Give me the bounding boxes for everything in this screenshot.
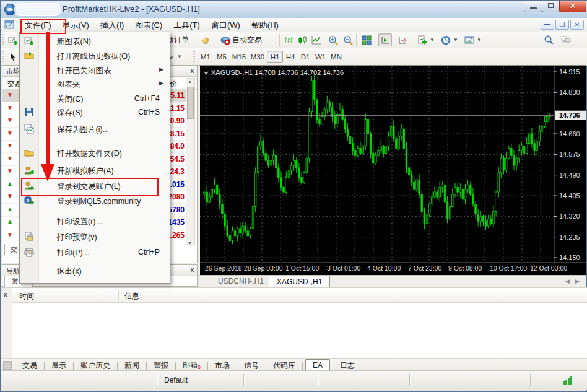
tile-windows-icon[interactable]: [360, 33, 373, 46]
bid-price: 1435: [168, 218, 185, 227]
chart-autoscroll-icon[interactable]: [396, 33, 409, 46]
submenu-arrow-icon: ▶: [159, 80, 163, 86]
profiles-icon[interactable]: [6, 33, 20, 46]
annotation-arrow: [37, 32, 61, 183]
child-close-button[interactable]: ✕: [570, 20, 584, 30]
menu-item-4[interactable]: 工具(T): [168, 18, 206, 33]
terminal-panel: x 时间 信息 交易展示账户历史新闻警报邮箱6市场信号代码库EA日志: [1, 287, 587, 370]
svg-text:14.320: 14.320: [559, 212, 580, 220]
svg-text:26 Sep 2018: 26 Sep 2018: [205, 264, 242, 272]
child-restore-button[interactable]: ❐: [555, 20, 569, 30]
account-new-icon: [24, 165, 34, 175]
svg-text:14.915: 14.915: [559, 68, 580, 76]
zoom-out-icon[interactable]: [341, 33, 355, 46]
time-column-header[interactable]: 时间: [19, 291, 34, 302]
terminal-tab-ea-active[interactable]: EA: [305, 359, 330, 372]
auto-trading-button[interactable]: 自动交易: [219, 33, 264, 46]
candlestick-chart-icon[interactable]: [296, 33, 310, 46]
quick-launch-area: [14, 3, 61, 16]
timeframe-m15[interactable]: M15: [230, 51, 248, 63]
chart-tabs-scroll-right-icon[interactable]: ▶: [575, 278, 580, 284]
svg-text:9 Oct 08:00: 9 Oct 08:00: [448, 264, 482, 272]
arrow-down-icon: ▼: [7, 116, 13, 123]
chart-tab-xagusd[interactable]: XAGUSD-,H1: [269, 276, 330, 287]
timeframe-m30[interactable]: M30: [248, 51, 267, 63]
save-picture-icon: [24, 124, 34, 134]
child-minimize-button[interactable]: —: [541, 20, 554, 30]
arrow-up-icon: ▲: [7, 180, 13, 187]
menu-item-5[interactable]: 窗口(W): [206, 18, 246, 33]
print-icon: [24, 247, 34, 257]
chart-shift-icon[interactable]: [378, 33, 392, 46]
timeframe-w1[interactable]: W1: [313, 51, 328, 63]
indicators-button[interactable]: ▼: [415, 33, 437, 46]
templates-button[interactable]: ▼: [463, 33, 484, 46]
timeframe-mn[interactable]: MN: [328, 51, 344, 63]
menu-item-6[interactable]: 帮助(H): [246, 18, 284, 33]
bid-price: 2080: [168, 193, 185, 201]
timeframe-d1[interactable]: D1: [298, 51, 313, 63]
file-menu-item-14[interactable]: 退出(x): [20, 264, 170, 278]
maximize-button[interactable]: [542, 1, 560, 12]
application-window: ProfitMarketHK-Live2 - [XAGUSD-,H1] ✕ 文件…: [0, 0, 587, 392]
connection-status-icon: [563, 376, 574, 385]
svg-text:14.235: 14.235: [559, 233, 580, 241]
bar-chart-icon[interactable]: [282, 33, 296, 46]
svg-text:14.660: 14.660: [559, 130, 580, 137]
market-watch-close-icon[interactable]: x: [190, 68, 194, 74]
svg-text:12 Oct 03:00: 12 Oct 03:00: [530, 264, 567, 272]
svg-text:14.575: 14.575: [559, 150, 580, 158]
arrow-down-icon: ▼: [7, 231, 13, 238]
svg-text:4 Oct 10:00: 4 Oct 10:00: [367, 264, 401, 272]
price-chart[interactable]: 14.91514.83014.74514.66014.57514.49014.4…: [200, 66, 586, 277]
file-menu-item-12[interactable]: 打印预览(v): [20, 230, 170, 244]
search-icon[interactable]: [542, 33, 555, 46]
new-chart-icon: [24, 36, 34, 46]
zoom-in-icon[interactable]: [326, 33, 340, 46]
chart-window: 14.91514.83014.74514.66014.57514.49014.4…: [199, 65, 586, 287]
arrow-down-icon: ▼: [7, 104, 13, 111]
periods-button[interactable]: ▼: [439, 33, 460, 46]
folder-icon: [24, 148, 34, 158]
window-frame-bottom: [1, 390, 587, 392]
file-menu-item-11[interactable]: 打印设置(r)...: [20, 214, 170, 229]
timeframe-m5[interactable]: M5: [214, 51, 230, 63]
chart-tab-usdcnh[interactable]: USDCNH-,H1: [211, 276, 271, 287]
history-center-icon[interactable]: [199, 33, 212, 46]
profile-selector[interactable]: Default: [164, 376, 188, 385]
timeframe-h1[interactable]: H1: [267, 51, 283, 63]
chart-tabs-scroll-left-icon[interactable]: ◀: [565, 278, 570, 284]
chat-icon[interactable]: [559, 33, 573, 46]
svg-text:1 Oct 15:00: 1 Oct 15:00: [285, 264, 319, 272]
svg-text:3 Oct 01:00: 3 Oct 01:00: [327, 264, 360, 272]
svg-text:7 Oct 23:00: 7 Oct 23:00: [408, 264, 441, 272]
timeframe-h4[interactable]: H4: [283, 51, 298, 63]
terminal-close-icon[interactable]: x: [4, 291, 7, 298]
navigator-close-icon[interactable]: x: [190, 266, 194, 273]
minimize-button[interactable]: [524, 1, 542, 12]
chart-window-icon: [4, 20, 15, 30]
arrow-down-icon: ▼: [7, 129, 13, 136]
menu-item-3[interactable]: 图表(C): [129, 18, 168, 33]
message-column-header[interactable]: 信息: [124, 291, 139, 302]
mql5-icon: 5: [24, 196, 34, 206]
arrow-down-icon: ▼: [7, 91, 13, 98]
arrow-down-icon: ▼: [7, 167, 13, 174]
submenu-arrow-icon: ▶: [159, 66, 163, 72]
arrow-down-icon: ▼: [7, 193, 13, 199]
market-watch-scrollbar[interactable]: ▲ ▼: [186, 78, 195, 246]
line-chart-icon[interactable]: [310, 33, 323, 46]
window-title: ProfitMarketHK-Live2 - [XAGUSD-,H1]: [63, 4, 200, 14]
cursor-icon[interactable]: [6, 50, 20, 63]
menu-item-2[interactable]: 插入(I): [95, 18, 129, 33]
bid-price: 5780: [168, 206, 185, 214]
file-menu-item-13[interactable]: 打印(P)...Ctrl+P: [20, 245, 170, 259]
svg-text:14.736: 14.736: [559, 111, 580, 119]
close-button[interactable]: ✕: [559, 1, 586, 12]
menu-bar: 文件(F)显示(V)插入(I)图表(C)工具(T)窗口(W)帮助(H) — ❐ …: [1, 18, 587, 32]
chart-tab-bar: ◀ ▶ USDCNH-,H1XAGUSD-,H1: [199, 275, 586, 287]
status-bar: Default: [1, 370, 587, 390]
terminal-grip-icon: [3, 361, 12, 370]
folder-open-icon: [24, 51, 34, 61]
timeframe-m1[interactable]: M1: [198, 51, 214, 63]
